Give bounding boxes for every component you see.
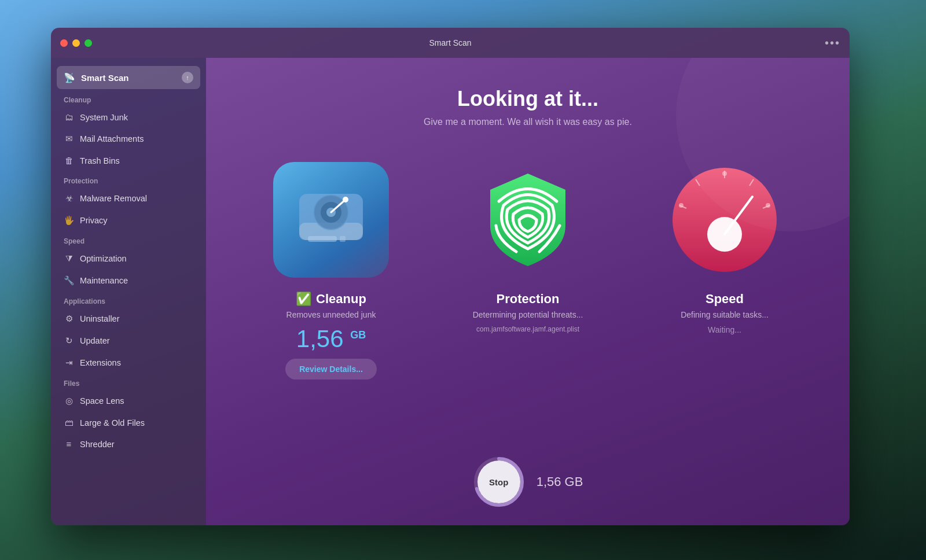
sidebar-item-smart-scan[interactable]: 📡 Smart Scan ↑ (57, 66, 200, 89)
mail-attachments-label: Mail Attachments (80, 134, 144, 143)
sidebar-item-uninstaller[interactable]: ⚙ Uninstaller (57, 308, 200, 329)
card-speed: Speed Defining suitable tasks... Waiting… (638, 162, 811, 334)
svg-rect-8 (340, 236, 346, 242)
hdd-svg (291, 179, 372, 260)
svg-point-15 (722, 171, 727, 176)
titlebar: Smart Scan ••• (51, 28, 850, 58)
large-old-files-label: Large & Old Files (80, 418, 145, 428)
space-lens-label: Space Lens (80, 396, 124, 406)
system-junk-icon: 🗂 (64, 112, 74, 122)
trash-bins-label: Trash Bins (80, 156, 120, 165)
optimization-label: Optimization (80, 254, 127, 263)
sidebar-item-system-junk[interactable]: 🗂 System Junk (57, 107, 200, 127)
space-lens-icon: ◎ (64, 396, 74, 406)
privacy-icon: 🖐 (64, 215, 74, 226)
sidebar-item-large-old-files[interactable]: 🗃 Large & Old Files (57, 412, 200, 433)
cards-row: ✅ Cleanup Removes unneeded junk 1,56 GB … (229, 162, 826, 380)
cleanup-subtitle: Removes unneeded junk (286, 310, 376, 319)
updater-icon: ↻ (64, 336, 74, 346)
protection-title: Protection (497, 292, 560, 307)
more-options-button[interactable]: ••• (825, 36, 840, 50)
smart-scan-label: Smart Scan (81, 73, 129, 83)
sidebar-item-extensions[interactable]: ⇥ Extensions (57, 352, 200, 373)
uninstaller-icon: ⚙ (64, 314, 74, 324)
close-button[interactable] (60, 39, 68, 47)
svg-point-17 (679, 203, 684, 208)
sidebar-item-malware-removal[interactable]: ☣ Malware Removal (57, 188, 200, 209)
sidebar-item-shredder[interactable]: ≡ Shredder (57, 434, 200, 454)
trash-bins-icon: 🗑 (64, 156, 74, 165)
sidebar-item-optimization[interactable]: ⧩ Optimization (57, 248, 200, 269)
section-cleanup: Cleanup (51, 90, 206, 106)
updater-label: Updater (80, 336, 110, 345)
large-old-files-icon: 🗃 (64, 418, 74, 428)
review-details-button[interactable]: Review Details... (285, 359, 377, 380)
bottom-size-label: 1,56 GB (537, 474, 583, 489)
optimization-icon: ⧩ (64, 253, 74, 264)
svg-line-12 (763, 205, 770, 208)
protection-title-row: Protection (497, 292, 560, 307)
svg-point-6 (343, 197, 348, 202)
content-subheading: Give me a moment. We all wish it was eas… (424, 117, 632, 127)
mail-attachments-icon: ✉ (64, 134, 74, 144)
minimize-button[interactable] (72, 39, 80, 47)
protection-file: com.jamfsoftware.jamf.agent.plist (476, 325, 579, 333)
card-cleanup: ✅ Cleanup Removes unneeded junk 1,56 GB … (244, 162, 418, 380)
svg-line-11 (749, 179, 754, 186)
speed-waiting: Waiting... (708, 325, 741, 334)
smart-scan-badge: ↑ (182, 72, 193, 83)
section-files: Files (51, 374, 206, 390)
window-title: Smart Scan (429, 38, 471, 47)
protection-icon-wrap (470, 162, 586, 278)
cleanup-title: Cleanup (316, 292, 366, 307)
cleanup-check-icon: ✅ (296, 292, 311, 307)
uninstaller-label: Uninstaller (80, 314, 120, 323)
sidebar-item-mail-attachments[interactable]: ✉ Mail Attachments (57, 128, 200, 149)
sidebar-item-privacy[interactable]: 🖐 Privacy (57, 210, 200, 231)
extensions-label: Extensions (80, 358, 121, 367)
app-window: Smart Scan ••• 📡 Smart Scan ↑ Cleanup 🗂 … (51, 28, 850, 525)
sidebar-item-maintenance[interactable]: 🔧 Maintenance (57, 270, 200, 291)
maintenance-icon: 🔧 (64, 275, 74, 286)
extensions-icon: ⇥ (64, 358, 74, 368)
svg-point-16 (766, 203, 770, 208)
shredder-icon: ≡ (64, 439, 74, 449)
content-area: Looking at it... Give me a moment. We al… (206, 58, 850, 525)
content-heading: Looking at it... (457, 87, 598, 111)
cleanup-size: 1,56 GB (296, 325, 366, 353)
maximize-button[interactable] (84, 39, 92, 47)
cleanup-title-row: ✅ Cleanup (296, 292, 366, 307)
cleanup-icon-wrap (273, 162, 389, 278)
malware-removal-icon: ☣ (64, 193, 74, 204)
sidebar-item-updater[interactable]: ↻ Updater (57, 330, 200, 351)
speed-icon-wrap (667, 162, 782, 278)
shield-svg (470, 162, 586, 278)
privacy-label: Privacy (80, 216, 108, 225)
smart-scan-icon: 📡 (64, 72, 75, 83)
speedometer-svg (667, 162, 782, 278)
section-speed: Speed (51, 231, 206, 248)
svg-rect-7 (308, 236, 337, 242)
maintenance-label: Maintenance (80, 276, 128, 285)
protection-subtitle: Determining potential threats... (473, 310, 583, 319)
speed-title: Speed (705, 292, 744, 307)
stop-button[interactable]: Stop (477, 460, 520, 503)
speed-subtitle: Defining suitable tasks... (681, 310, 769, 319)
section-protection: Protection (51, 171, 206, 187)
shredder-label: Shredder (80, 440, 115, 449)
section-applications: Applications (51, 292, 206, 308)
bottom-bar: Stop 1,56 GB (473, 456, 583, 508)
stop-circle: Stop (473, 456, 525, 508)
malware-removal-label: Malware Removal (80, 194, 147, 203)
sidebar-item-trash-bins[interactable]: 🗑 Trash Bins (57, 150, 200, 171)
card-protection: Protection Determining potential threats… (441, 162, 615, 339)
sidebar-item-space-lens[interactable]: ◎ Space Lens (57, 390, 200, 411)
main-layout: 📡 Smart Scan ↑ Cleanup 🗂 System Junk ✉ M… (51, 58, 850, 525)
sidebar: 📡 Smart Scan ↑ Cleanup 🗂 System Junk ✉ M… (51, 58, 206, 525)
system-junk-label: System Junk (80, 113, 128, 122)
traffic-lights (60, 39, 92, 47)
speed-title-row: Speed (705, 292, 744, 307)
